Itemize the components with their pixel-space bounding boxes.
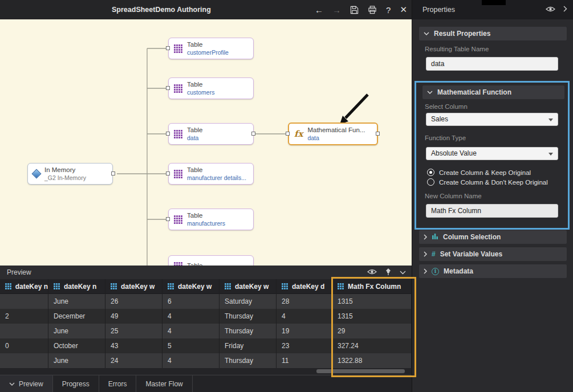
port-in-memory-out[interactable]: [111, 172, 115, 175]
eye-icon[interactable]: [546, 6, 555, 14]
port-table-data-out[interactable]: [251, 132, 255, 136]
table-cell: October: [48, 338, 105, 353]
column-icon: [5, 283, 12, 290]
resulting-table-name-input[interactable]: data: [426, 57, 558, 71]
table-cell: Thursday: [220, 309, 277, 324]
select-column-label: Select Column: [425, 103, 468, 110]
node-table-manufacturers[interactable]: Table manufacturers: [168, 209, 254, 230]
radio-create-keep-original[interactable]: Create Column & Keep Original: [427, 169, 531, 176]
section-set-variable-values[interactable]: # Set Variable Values: [419, 247, 567, 261]
forward-icon[interactable]: →: [332, 5, 341, 15]
back-icon[interactable]: ←: [315, 5, 323, 15]
node-table-customerProfile[interactable]: Table customerProfile: [168, 38, 254, 59]
table-row[interactable]: 2 December 49 4 Thursday 4 1315: [0, 309, 412, 324]
table-grid-icon: [174, 170, 182, 178]
close-icon[interactable]: ✕: [400, 5, 407, 15]
chevron-down-icon: [9, 382, 15, 386]
table-cell: Saturday: [220, 294, 277, 309]
tab-errors[interactable]: Errors: [99, 375, 137, 392]
new-column-name-input[interactable]: Math Fx Column: [426, 204, 558, 218]
table-grid-icon: [174, 84, 182, 93]
port-table-in[interactable]: [166, 46, 170, 50]
table-cell: 19: [277, 324, 332, 338]
function-type-dropdown[interactable]: Absolute Value: [426, 147, 558, 160]
save-icon[interactable]: [350, 6, 359, 14]
in-memory-icon: [32, 169, 42, 179]
node-table-customers[interactable]: Table customers: [168, 77, 254, 99]
port-table-in[interactable]: [166, 172, 170, 175]
window-title: SpreadSheetDemo Authoring: [112, 0, 211, 19]
table-cell: 29: [332, 324, 412, 338]
table-cell: 24: [105, 353, 162, 368]
table-cell: June: [48, 353, 105, 368]
screen-artifact-black-bar: [482, 0, 506, 5]
section-column-selection[interactable]: Column Selection: [419, 230, 567, 244]
port-table-in[interactable]: [166, 132, 170, 136]
select-column-dropdown[interactable]: Sales: [426, 113, 558, 126]
table-cell: 2: [0, 309, 48, 324]
column-header[interactable]: dateKey d: [277, 279, 332, 294]
table-cell: June: [48, 294, 105, 309]
app-window: SpreadSheetDemo Authoring ← → ? ✕: [0, 0, 573, 392]
collapse-chevron-icon[interactable]: [400, 268, 406, 276]
node-table-manufacturer-details[interactable]: Table manufacturer details...: [168, 163, 254, 185]
table-row[interactable]: June 26 6 Saturday 28 1315: [0, 294, 412, 309]
title-bar: SpreadSheetDemo Authoring ← → ? ✕: [0, 0, 412, 19]
horizontal-scrollbar[interactable]: [0, 368, 412, 374]
column-header[interactable]: dateKey n: [0, 279, 48, 294]
port-math-out[interactable]: [376, 132, 380, 136]
table-cell: 4: [162, 353, 220, 368]
column-header[interactable]: dateKey n: [48, 279, 105, 294]
section-result-properties[interactable]: Result Properties: [419, 27, 567, 40]
node-title: In Memory: [44, 166, 86, 174]
preview-table: dateKey n dateKey n dateKey w dateKey w …: [0, 279, 412, 368]
table-cell: Friday: [220, 338, 277, 353]
section-metadata[interactable]: i Metadata: [419, 264, 567, 278]
table-grid-icon: [174, 130, 182, 138]
table-row[interactable]: 0 October 43 5 Friday 23 327.24: [0, 338, 412, 353]
flow-canvas[interactable]: In Memory _G2 In-Memory Table customerPr…: [0, 19, 412, 266]
chevron-right-icon: [424, 251, 427, 257]
column-header-math-fx[interactable]: Math Fx Column: [332, 279, 412, 294]
port-table-in[interactable]: [166, 86, 170, 90]
table-cell: June: [48, 324, 105, 338]
table-cell: 1315: [332, 309, 412, 324]
preview-panel-header: Preview: [0, 266, 412, 279]
bottom-tab-bar: Preview Progress Errors Master Flow: [0, 375, 412, 392]
column-header[interactable]: dateKey w: [220, 279, 277, 294]
tab-master-flow[interactable]: Master Flow: [136, 375, 192, 392]
chevron-right-icon[interactable]: [563, 6, 567, 14]
table-cell: 43: [105, 338, 162, 353]
section-mathematical-function[interactable]: Mathematical Function: [422, 85, 564, 99]
table-cell: 4: [277, 309, 332, 324]
tab-progress[interactable]: Progress: [53, 375, 99, 392]
table-row[interactable]: June 24 4 Thursday 11 1322.88: [0, 353, 412, 368]
node-in-memory[interactable]: In Memory _G2 In-Memory: [27, 163, 113, 185]
pin-icon[interactable]: [385, 268, 392, 277]
radio-create-dont-keep-original[interactable]: Create Column & Don't Keep Original: [427, 178, 548, 186]
table-cell: 23: [277, 338, 332, 353]
info-icon: i: [432, 268, 439, 275]
node-mathematical-function[interactable]: fx Mathematical Fun... data: [288, 122, 378, 145]
column-header[interactable]: dateKey w: [105, 279, 162, 294]
table-grid-icon: [174, 44, 182, 53]
table-cell: Thursday: [220, 324, 277, 338]
port-table-in[interactable]: [166, 217, 170, 221]
help-icon[interactable]: ?: [386, 5, 391, 15]
chevron-down-icon: [424, 32, 429, 35]
table-row[interactable]: June 25 4 Thursday 19 29: [0, 324, 412, 338]
column-header[interactable]: dateKey w: [162, 279, 220, 294]
fx-icon: fx: [294, 129, 303, 139]
eye-icon[interactable]: [367, 268, 377, 277]
tab-preview[interactable]: Preview: [0, 375, 53, 392]
preview-header-row: dateKey n dateKey n dateKey w dateKey w …: [0, 279, 412, 294]
print-icon[interactable]: [368, 6, 377, 14]
scrollbar-thumb[interactable]: [316, 369, 405, 373]
hash-icon: #: [432, 250, 436, 258]
preview-panel-title: Preview: [7, 268, 31, 276]
node-table-clipped[interactable]: Table: [168, 255, 254, 266]
table-cell: 28: [277, 294, 332, 309]
port-math-in[interactable]: [286, 132, 290, 136]
node-table-data[interactable]: Table data: [168, 123, 254, 145]
column-icon: [54, 283, 60, 290]
